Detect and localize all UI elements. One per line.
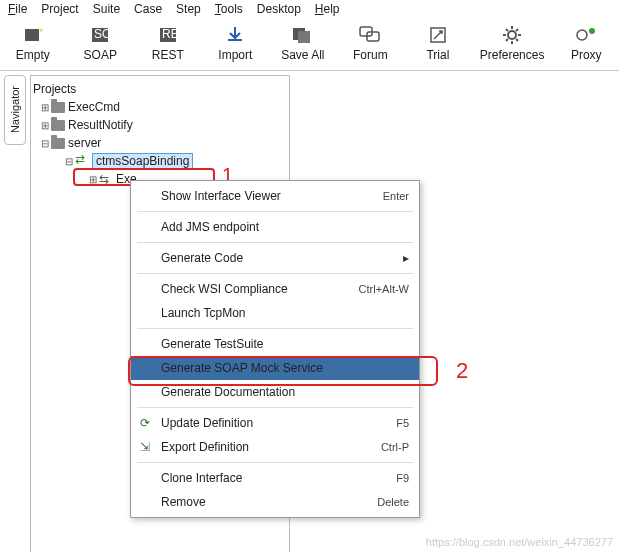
ctx-generate-code[interactable]: Generate Code▸: [131, 246, 419, 270]
refresh-icon: ⟳: [137, 415, 153, 431]
toolbar-import[interactable]: Import: [209, 24, 263, 62]
export-icon: ⇲: [137, 439, 153, 455]
navigator-tab[interactable]: Navigator: [4, 75, 26, 145]
svg-rect-7: [298, 31, 310, 43]
toolbar-label: REST: [152, 48, 184, 62]
ctx-remove[interactable]: RemoveDelete: [131, 490, 419, 514]
forum-icon: [358, 24, 382, 46]
menu-suite[interactable]: Suite: [93, 2, 120, 16]
submenu-arrow-icon: ▸: [403, 251, 409, 265]
ctx-clone-interface[interactable]: Clone InterfaceF9: [131, 466, 419, 490]
tree-root[interactable]: Projects: [33, 80, 287, 98]
separator: [137, 407, 413, 408]
ctx-export-definition[interactable]: ⇲Export DefinitionCtrl-P: [131, 435, 419, 459]
toolbar-label: Preferences: [480, 48, 545, 62]
separator: [137, 211, 413, 212]
proxy-icon: [574, 24, 598, 46]
toolbar: Empty SO SOAP RE REST Import Save All Fo…: [0, 20, 619, 71]
svg-rect-0: [25, 29, 39, 41]
rest-icon: RE: [156, 24, 180, 46]
folder-icon: [51, 102, 65, 113]
save-all-icon: [291, 24, 315, 46]
ctx-update-definition[interactable]: ⟳Update DefinitionF5: [131, 411, 419, 435]
svg-text:RE: RE: [162, 27, 178, 41]
star-new-icon: [21, 24, 45, 46]
ctx-generate-testsuite[interactable]: Generate TestSuite: [131, 332, 419, 356]
svg-line-16: [506, 29, 508, 31]
svg-line-19: [506, 39, 508, 41]
gear-icon: [500, 24, 524, 46]
toolbar-label: Forum: [353, 48, 388, 62]
context-menu: Show Interface ViewerEnter Add JMS endpo…: [130, 180, 420, 518]
separator: [137, 273, 413, 274]
svg-point-21: [589, 28, 595, 34]
watermark: https://blog.csdn.net/weixin_44736277: [426, 536, 613, 548]
toolbar-preferences[interactable]: Preferences: [479, 24, 546, 62]
soap-icon: SO: [88, 24, 112, 46]
import-icon: [223, 24, 247, 46]
menu-help[interactable]: Help: [315, 2, 340, 16]
ctx-launch-tcpmon[interactable]: Launch TcpMon: [131, 301, 419, 325]
toolbar-saveall[interactable]: Save All: [276, 24, 330, 62]
toolbar-label: SOAP: [84, 48, 117, 62]
tree-node[interactable]: ⊞ResultNotify: [33, 116, 287, 134]
trial-icon: [426, 24, 450, 46]
toolbar-trial[interactable]: Trial: [411, 24, 465, 62]
separator: [137, 328, 413, 329]
interface-icon: [75, 154, 89, 168]
toolbar-empty[interactable]: Empty: [6, 24, 60, 62]
svg-text:SO: SO: [94, 27, 110, 41]
toolbar-rest[interactable]: RE REST: [141, 24, 195, 62]
menu-desktop[interactable]: Desktop: [257, 2, 301, 16]
tree-node[interactable]: ⊟server: [33, 134, 287, 152]
svg-line-18: [516, 29, 518, 31]
menu-case[interactable]: Case: [134, 2, 162, 16]
tree-node[interactable]: ⊞ExecCmd: [33, 98, 287, 116]
svg-line-17: [516, 39, 518, 41]
menu-file[interactable]: File: [8, 2, 27, 16]
folder-icon: [51, 120, 65, 131]
svg-marker-1: [40, 28, 43, 32]
ctx-show-interface-viewer[interactable]: Show Interface ViewerEnter: [131, 184, 419, 208]
menu-bar: File Project Suite Case Step Tools Deskt…: [0, 0, 619, 20]
ctx-check-wsi[interactable]: Check WSI ComplianceCtrl+Alt-W: [131, 277, 419, 301]
separator: [137, 462, 413, 463]
ctx-add-jms-endpoint[interactable]: Add JMS endpoint: [131, 215, 419, 239]
toolbar-label: Save All: [281, 48, 324, 62]
toolbar-label: Import: [218, 48, 252, 62]
toolbar-label: Proxy: [571, 48, 602, 62]
annotation-2: 2: [456, 358, 468, 384]
toolbar-proxy[interactable]: Proxy: [560, 24, 614, 62]
menu-project[interactable]: Project: [41, 2, 78, 16]
folder-icon: [51, 138, 65, 149]
separator: [137, 242, 413, 243]
annotation-box-2: [128, 356, 438, 386]
menu-step[interactable]: Step: [176, 2, 201, 16]
toolbar-soap[interactable]: SO SOAP: [74, 24, 128, 62]
svg-point-20: [577, 30, 587, 40]
svg-point-11: [508, 31, 516, 39]
toolbar-label: Trial: [426, 48, 449, 62]
toolbar-forum[interactable]: Forum: [344, 24, 398, 62]
toolbar-label: Empty: [16, 48, 50, 62]
menu-tools[interactable]: Tools: [215, 2, 243, 16]
